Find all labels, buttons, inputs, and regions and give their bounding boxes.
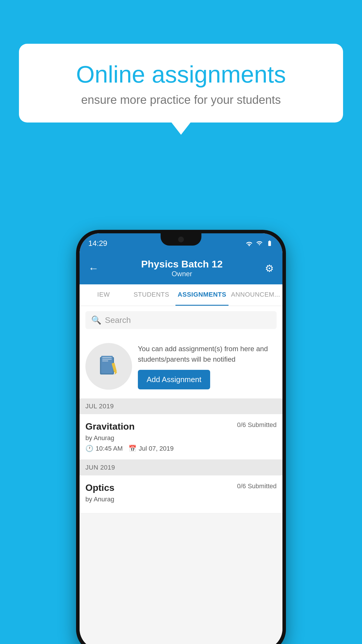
assignment-by: by Anurag: [85, 434, 277, 442]
camera-dot: [178, 237, 184, 242]
back-button[interactable]: ←: [88, 262, 99, 274]
assignment-icon-circle: [85, 343, 132, 390]
promo-text-area: You can add assignment(s) from here and …: [138, 344, 277, 389]
promo-card: You can add assignment(s) from here and …: [80, 334, 282, 398]
tab-bar: IEW STUDENTS ASSIGNMENTS ANNOUNCEM...: [80, 284, 282, 306]
svg-rect-1: [101, 356, 113, 373]
tab-students[interactable]: STUDENTS: [127, 284, 175, 306]
assignment-meta: 🕐 10:45 AM 📅 Jul 07, 2019: [85, 445, 277, 452]
search-placeholder: Search: [105, 316, 131, 325]
notebook-icon: [97, 355, 120, 378]
svg-rect-2: [102, 357, 112, 358]
phone-frame: 14:29 ← Phys: [76, 230, 286, 644]
battery-icon: [266, 240, 274, 246]
assignment-name: Gravitation: [85, 421, 135, 432]
status-icons: [245, 240, 274, 246]
assignment-submitted: 0/6 Submitted: [237, 421, 277, 429]
calendar-icon: 📅: [129, 445, 136, 452]
date-meta: 📅 Jul 07, 2019: [129, 445, 174, 452]
search-bar[interactable]: 🔍 Search: [85, 311, 277, 329]
section-header-jun: JUN 2019: [80, 460, 282, 475]
bubble-title: Online assignments: [39, 61, 323, 88]
speech-bubble-section: Online assignments ensure more practice …: [19, 44, 343, 123]
add-assignment-button[interactable]: Add Assignment: [138, 370, 210, 389]
tab-iew[interactable]: IEW: [80, 284, 127, 306]
search-bar-wrap: 🔍 Search: [80, 306, 282, 334]
bubble-subtitle: ensure more practice for your students: [39, 93, 323, 106]
tab-assignments[interactable]: ASSIGNMENTS: [175, 284, 229, 306]
time-meta: 🕐 10:45 AM: [85, 445, 123, 452]
assignment-date: Jul 07, 2019: [139, 445, 174, 452]
assignment-top-row: Gravitation 0/6 Submitted: [85, 421, 277, 432]
status-time: 14:29: [88, 239, 107, 248]
assignment-by-optics: by Anurag: [85, 496, 277, 503]
app-header: ← Physics Batch 12 Owner ⚙: [80, 253, 282, 284]
assignment-item-optics[interactable]: Optics 0/6 Submitted by Anurag: [80, 475, 282, 513]
header-title: Physics Batch 12: [141, 258, 223, 270]
assignment-submitted-optics: 0/6 Submitted: [237, 482, 277, 490]
svg-rect-4: [102, 360, 108, 361]
search-icon: 🔍: [91, 315, 101, 325]
clock-icon: 🕐: [85, 445, 93, 452]
promo-description: You can add assignment(s) from here and …: [138, 344, 277, 365]
assignment-time: 10:45 AM: [96, 445, 123, 452]
screen-content: 🔍 Search: [80, 306, 282, 644]
header-subtitle: Owner: [141, 270, 223, 278]
phone-screen: 14:29 ← Phys: [80, 233, 282, 644]
speech-bubble: Online assignments ensure more practice …: [19, 44, 343, 123]
wifi-icon: [245, 240, 253, 246]
svg-rect-3: [102, 359, 112, 360]
status-bar: 14:29: [80, 233, 282, 253]
signal-icon: [256, 240, 263, 246]
section-header-jul: JUL 2019: [80, 398, 282, 414]
settings-button[interactable]: ⚙: [265, 262, 274, 274]
tab-announcements[interactable]: ANNOUNCEM...: [229, 284, 282, 306]
assignment-name-optics: Optics: [85, 482, 115, 493]
assignment-top-row-optics: Optics 0/6 Submitted: [85, 482, 277, 493]
header-center: Physics Batch 12 Owner: [141, 258, 223, 278]
assignment-item-gravitation[interactable]: Gravitation 0/6 Submitted by Anurag 🕐 10…: [80, 414, 282, 460]
notch: [161, 233, 201, 246]
